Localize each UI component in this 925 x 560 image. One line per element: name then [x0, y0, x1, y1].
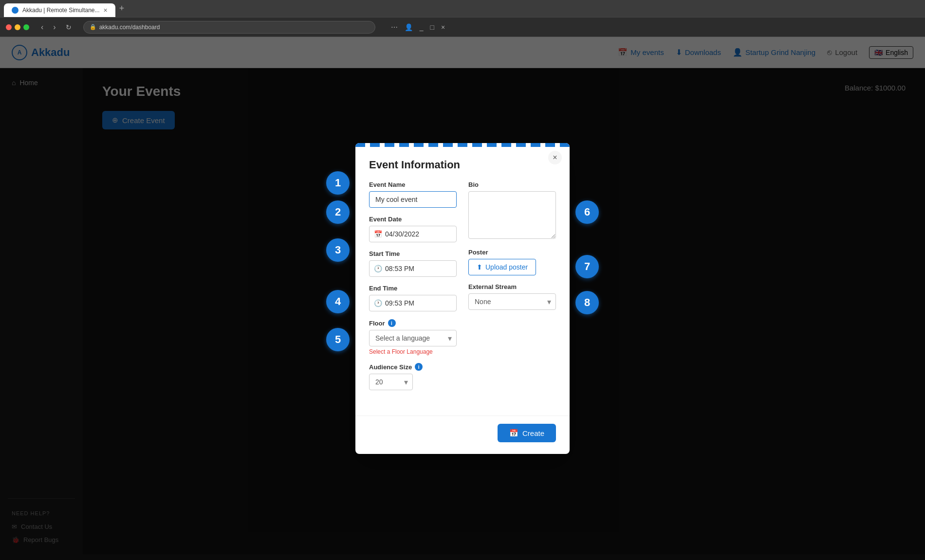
modal-overlay: 1 2 3 4 5 6 7 8 Even — [0, 37, 925, 560]
step-6-label: 6 — [584, 206, 590, 218]
start-time-group: Start Time 🕐 — [369, 250, 457, 277]
step-bubble-2: 2 — [326, 200, 350, 224]
step-1-label: 1 — [335, 177, 341, 189]
end-time-input[interactable] — [369, 295, 457, 311]
start-time-label: Start Time — [369, 250, 457, 257]
modal-close-button[interactable]: × — [548, 151, 562, 164]
back-button[interactable]: ‹ — [38, 22, 46, 33]
step-5-label: 5 — [335, 333, 341, 346]
floor-info-icon: i — [388, 319, 396, 327]
step-bubble-8: 8 — [575, 291, 599, 314]
step-bubble-5: 5 — [326, 328, 350, 351]
floor-group: Floor i Select a language English Chines… — [369, 319, 457, 355]
poster-label: Poster — [468, 249, 556, 256]
end-time-label: End Time — [369, 285, 457, 292]
audience-size-label: Audience Size i — [369, 363, 457, 371]
step-bubble-4: 4 — [326, 290, 350, 313]
address-bar[interactable]: 🔒 akkadu.com/dashboard — [83, 21, 375, 34]
extensions-button[interactable]: ⋯ — [389, 22, 400, 32]
forward-button[interactable]: › — [50, 22, 58, 33]
browser-tab[interactable]: Akkadu | Remote Simultane... × — [4, 3, 115, 17]
floor-error-text: Select a Floor Language — [369, 348, 457, 355]
external-stream-group: External Stream None YouTube Zoom — [468, 283, 556, 310]
audience-size-group: Audience Size i 20 50 100 200 500 — [369, 363, 457, 390]
bio-textarea[interactable] — [468, 191, 556, 239]
calendar-icon: 📅 — [374, 230, 382, 238]
step-bubble-7: 7 — [575, 255, 599, 278]
url-text: akkadu.com/dashboard — [99, 24, 160, 31]
external-stream-label: External Stream — [468, 283, 556, 290]
upload-icon: ⬆ — [477, 263, 482, 271]
event-name-input[interactable] — [369, 191, 457, 208]
step-bubble-6: 6 — [575, 200, 599, 224]
floor-label: Floor i — [369, 319, 457, 327]
create-icon: 📅 — [509, 429, 518, 437]
refresh-button[interactable]: ↻ — [63, 22, 74, 32]
modal-title: Event Information — [369, 159, 556, 171]
event-name-label: Event Name — [369, 181, 457, 188]
browser-maximize-button[interactable] — [23, 24, 29, 30]
step-7-label: 7 — [584, 260, 590, 273]
tab-favicon — [12, 7, 18, 14]
event-info-modal: Event Information × Event Name Event Dat… — [355, 143, 570, 454]
step-bubble-1: 1 — [326, 171, 350, 195]
audience-info-icon: i — [415, 363, 423, 371]
end-time-group: End Time 🕐 — [369, 285, 457, 311]
step-8-label: 8 — [584, 296, 590, 309]
modal-header-bar — [355, 143, 570, 147]
new-tab-button[interactable]: + — [119, 3, 125, 14]
event-date-group: Event Date 📅 — [369, 216, 457, 242]
bio-label: Bio — [468, 181, 556, 188]
event-name-group: Event Name — [369, 181, 457, 208]
tab-close-button[interactable]: × — [104, 6, 108, 14]
bio-group: Bio — [468, 181, 556, 241]
upload-poster-button[interactable]: ⬆ Upload poster — [468, 259, 536, 275]
step-2-label: 2 — [335, 206, 341, 218]
lock-icon: 🔒 — [90, 24, 96, 30]
upload-poster-label: Upload poster — [485, 263, 528, 271]
step-4-label: 4 — [335, 295, 341, 308]
event-date-input[interactable] — [369, 226, 457, 242]
step-3-label: 3 — [335, 244, 341, 256]
clock-icon: 🕐 — [374, 265, 382, 272]
event-date-label: Event Date — [369, 216, 457, 223]
external-stream-select[interactable]: None YouTube Zoom — [468, 293, 556, 310]
audience-size-select[interactable]: 20 50 100 200 500 — [369, 374, 413, 390]
create-label: Create — [522, 429, 544, 437]
create-submit-button[interactable]: 📅 Create — [498, 424, 556, 442]
close-window-button[interactable]: × — [439, 22, 447, 32]
tab-title: Akkadu | Remote Simultane... — [22, 7, 100, 14]
modal-footer: 📅 Create — [355, 415, 570, 454]
browser-close-button[interactable] — [6, 24, 12, 30]
restore-window-button[interactable]: □ — [428, 22, 436, 32]
clock-icon-2: 🕐 — [374, 299, 382, 307]
step-bubble-3: 3 — [326, 238, 350, 262]
poster-group: Poster ⬆ Upload poster — [468, 249, 556, 275]
profile-button[interactable]: 👤 — [403, 22, 415, 32]
svg-point-0 — [13, 8, 18, 13]
browser-minimize-button[interactable] — [15, 24, 20, 30]
minimize-window-button[interactable]: _ — [418, 22, 426, 32]
floor-language-select[interactable]: Select a language English Chinese French — [369, 330, 457, 346]
start-time-input[interactable] — [369, 260, 457, 277]
